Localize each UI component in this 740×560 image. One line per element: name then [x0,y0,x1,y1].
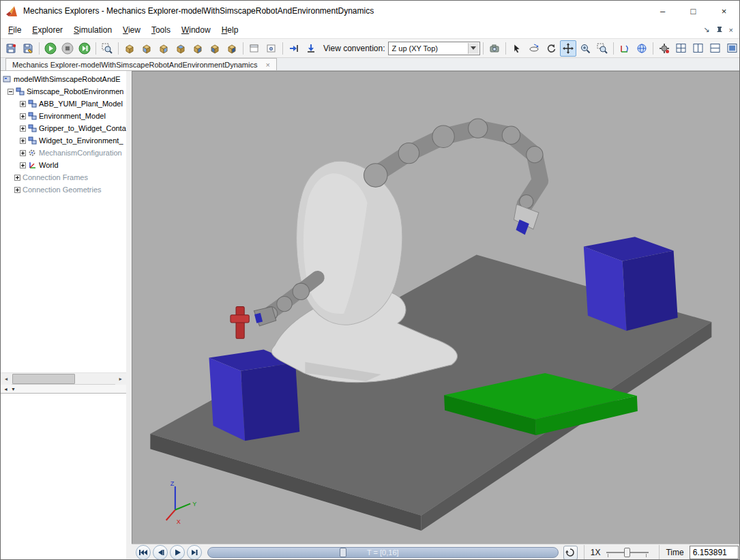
time-slider[interactable]: T = [0,16] [207,547,559,558]
expand-expander-icon[interactable] [20,113,26,119]
panel-controls: ↘ × [703,25,739,34]
subsystem-icon [28,124,37,132]
scroll-left-icon[interactable]: ◄ [1,373,12,385]
pin-icon[interactable] [716,26,723,33]
menu-simulation[interactable]: Simulation [68,23,117,38]
select-tool-button[interactable] [509,40,525,57]
splitter-collapse-down-icon[interactable]: ▼ [11,387,16,392]
layout-rows-button[interactable] [707,40,724,57]
collapse-expander-icon[interactable] [8,89,14,95]
video-settings-button[interactable] [656,40,672,57]
speed-slider[interactable] [605,546,650,559]
run-button[interactable] [42,40,59,57]
right-view-button[interactable] [224,40,240,57]
zoom-tool-button[interactable] [577,40,593,57]
layout-single-button[interactable] [724,40,740,57]
splitter-collapse-left-icon[interactable]: ◄ [3,387,8,392]
tree-item-subsystem[interactable]: Widget_to_Environment_ [1,134,126,147]
playback-toolbar: T = [0,16] 1X Time [132,544,740,560]
pivot-tool-button[interactable] [617,40,633,57]
toolbar-separator [282,42,283,55]
step-forward-button[interactable] [187,545,202,560]
tree-item-connection-frames[interactable]: Connection Frames [1,171,126,183]
roll-tool-button[interactable] [543,40,559,57]
dock-arrow-icon[interactable]: ↘ [703,25,709,34]
step-back-button[interactable] [153,545,168,560]
expand-expander-icon[interactable] [20,101,26,107]
view-convention-select[interactable]: Z up (XY Top) [388,42,480,55]
toolbar: View convention: Z up (XY Top) [1,39,739,58]
tree-item-mechanism-configuration[interactable]: MechanismConfiguration [1,147,126,159]
viewport-3d[interactable]: Z Y X [132,71,740,544]
bottom-view-button[interactable] [190,40,206,57]
loop-button[interactable] [563,546,578,560]
tree-item-subsystem[interactable]: ABB_YUMI_Plant_Model [1,98,126,110]
tree-item-root[interactable]: modelWithSimscapeRobotAndE [1,73,126,85]
zoom-region-tool-button[interactable] [594,40,610,57]
save-button[interactable] [3,40,19,57]
layout-columns-button[interactable] [690,40,707,57]
tree-item-subsystem[interactable]: Gripper_to_Widget_Conta [1,122,126,134]
fit-to-view-button[interactable] [99,40,115,57]
close-button[interactable]: × [709,1,739,21]
perspective-globe-button[interactable] [634,40,650,57]
camera-button[interactable] [486,40,503,57]
expand-expander-icon[interactable] [20,162,26,168]
stop-button[interactable] [59,40,76,57]
scroll-right-icon[interactable]: ► [115,373,126,385]
front-view-button[interactable] [138,40,155,57]
main-area: modelWithSimscapeRobotAndE Simscape_Robo… [1,71,739,560]
tree-item-world[interactable]: World [1,159,126,171]
window-title: Mechanics Explorers - Mechanics Explorer… [23,6,374,16]
back-view-button[interactable] [156,40,172,57]
expand-expander-icon[interactable] [14,187,20,193]
menu-window[interactable]: Window [176,23,216,38]
play-button[interactable] [170,545,185,560]
left-view-button[interactable] [207,40,223,57]
menu-help[interactable]: Help [216,23,244,38]
subsystem-icon [28,136,37,145]
expand-expander-icon[interactable] [20,126,26,132]
menu-view[interactable]: View [117,23,146,38]
menu-explorer[interactable]: Explorer [27,23,68,38]
orbit-tool-button[interactable] [526,40,542,57]
panel-splitter[interactable]: ◄ ▼ [1,384,126,393]
tree-item-subsystem[interactable]: Simscape_RobotEnvironmen [1,85,126,98]
maximize-button[interactable]: □ [678,1,709,21]
subsystem-icon [28,100,37,108]
time-slider-handle[interactable] [340,548,346,557]
collapse-all-button[interactable] [303,40,319,57]
scrollbar-track[interactable] [12,373,115,385]
pan-tool-button[interactable] [560,40,576,57]
3d-scene[interactable]: Z Y X [132,72,740,544]
expand-expander-icon[interactable] [20,150,26,156]
tab-close-icon[interactable]: × [265,61,269,69]
expand-expander-icon[interactable] [20,138,26,144]
layout-quad-button[interactable] [673,40,690,57]
minimize-button[interactable]: – [647,1,678,21]
save-as-button[interactable] [20,40,36,57]
speed-slider-handle[interactable] [624,548,630,557]
tree-item-subsystem[interactable]: Environment_Model [1,110,126,122]
tree-horizontal-scrollbar[interactable]: ◄ ► [1,372,126,384]
scrollbar-thumb[interactable] [12,374,75,384]
frame-toggle-button[interactable] [246,40,263,57]
com-toggle-button[interactable] [263,40,280,57]
blue-box-right[interactable] [584,237,678,331]
top-view-button[interactable] [173,40,189,57]
tab-mechanics-explorer[interactable]: Mechanics Explorer-modelWithSimscapeRobo… [5,58,277,70]
menu-file[interactable]: File [3,23,27,38]
panel-close-icon[interactable]: × [729,26,733,34]
time-value-input[interactable] [690,546,739,559]
viewport-column: Z Y X T = [0,16] 1X [132,71,740,560]
playbar-separator [584,545,584,560]
view-convention-value: Z up (XY Top) [392,44,438,53]
step-button[interactable] [76,40,93,57]
expand-all-button[interactable] [286,40,302,57]
menu-tools[interactable]: Tools [146,23,176,38]
toolbar-separator [613,42,614,55]
isometric-view-button[interactable] [121,40,138,57]
expand-expander-icon[interactable] [14,175,20,181]
tree-item-connection-geometries[interactable]: Connection Geometries [1,183,126,196]
go-to-start-button[interactable] [136,545,151,560]
